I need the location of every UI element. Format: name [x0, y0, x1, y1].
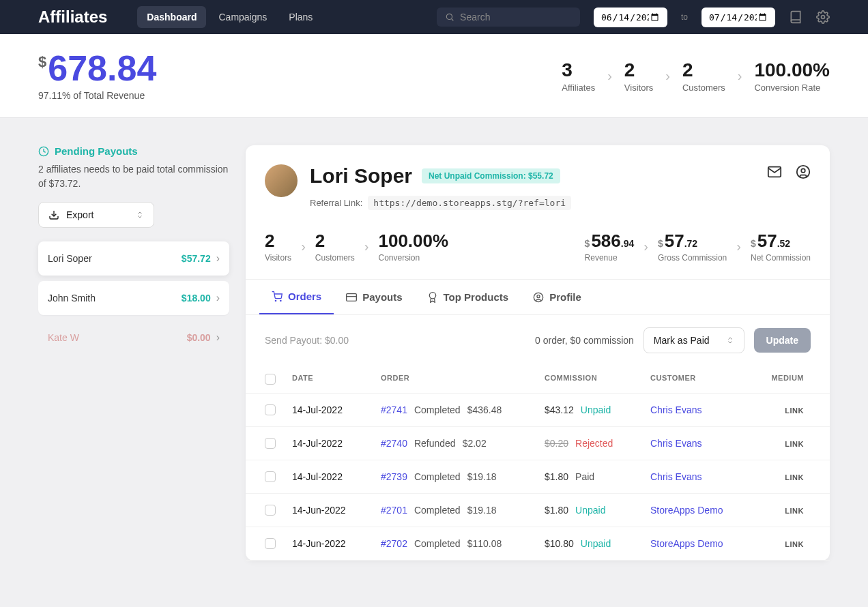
search-box[interactable] — [437, 8, 580, 27]
affiliate-item[interactable]: Lori Soper$57.72› — [38, 241, 229, 276]
referral-label: Referral Link: — [310, 198, 362, 208]
medium: LINK — [785, 440, 804, 448]
chevron-right-icon: › — [736, 239, 741, 254]
user-icon[interactable] — [796, 164, 811, 179]
svg-point-8 — [280, 300, 281, 301]
send-payout-label: Send Payout: $0.00 — [265, 335, 349, 346]
chevron-right-icon: › — [607, 68, 612, 84]
order-amount: $436.48 — [467, 404, 502, 415]
tab-orders[interactable]: Orders — [259, 280, 334, 314]
svg-point-11 — [429, 292, 435, 298]
gear-icon[interactable] — [816, 10, 830, 24]
stat-conversion: 100.00%Conversion Rate — [754, 59, 830, 93]
stat-affiliates: 3Affiliates — [562, 59, 595, 93]
row-checkbox[interactable] — [265, 471, 276, 482]
commission-amount: $10.80 — [545, 538, 574, 549]
date-from[interactable] — [594, 8, 667, 27]
select-all-checkbox[interactable] — [265, 374, 276, 385]
pstat-gross: $57.72Gross Commission — [658, 231, 727, 263]
avatar — [265, 164, 298, 197]
chevron-right-icon: › — [643, 239, 648, 254]
order-number[interactable]: #2739 — [381, 471, 407, 482]
pending-title: Pending Payouts — [38, 145, 229, 157]
order-date: 14-Jun-2022 — [292, 505, 381, 516]
tab-profile[interactable]: Profile — [521, 280, 594, 314]
mail-icon[interactable] — [767, 164, 782, 179]
order-summary: 0 order, $0 commission — [535, 335, 634, 346]
svg-point-2 — [822, 16, 825, 19]
commission-amount: $1.80 — [545, 471, 568, 482]
order-number[interactable]: #2701 — [381, 505, 407, 516]
order-amount: $2.02 — [463, 438, 487, 449]
commission-amount: $1.80 — [545, 505, 568, 516]
order-number[interactable]: #2702 — [381, 538, 407, 549]
mark-as-select[interactable]: Mark as Paid — [643, 327, 744, 353]
table-row: 14-Jul-2022#2739Completed$19.18$1.80Paid… — [246, 460, 830, 494]
nav: Dashboard Campaigns Plans — [137, 6, 322, 28]
order-number[interactable]: #2740 — [381, 438, 407, 449]
commission-amount: $0.20 — [545, 438, 568, 449]
customer-link[interactable]: Chris Evans — [650, 471, 701, 482]
search-input[interactable] — [460, 12, 572, 23]
chevron-right-icon: › — [216, 292, 220, 304]
chevron-right-icon: › — [216, 331, 220, 344]
tab-top-products[interactable]: Top Products — [415, 280, 521, 314]
pstat-revenue: $586.94Revenue — [585, 231, 635, 263]
svg-line-1 — [452, 19, 454, 21]
affiliate-name: Lori Soper — [48, 253, 92, 264]
order-number[interactable]: #2741 — [381, 404, 407, 415]
logo: Affiliates — [38, 8, 107, 27]
export-button[interactable]: Export — [38, 202, 154, 228]
commission-status: Unpaid — [581, 538, 611, 549]
row-checkbox[interactable] — [265, 538, 276, 549]
pending-payouts-box: Pending Payouts 2 affiliates needs to be… — [38, 145, 229, 191]
orders-toolbar: Send Payout: $0.00 0 order, $0 commissio… — [246, 315, 830, 366]
customer-link[interactable]: StoreApps Demo — [650, 505, 723, 516]
nav-campaigns[interactable]: Campaigns — [209, 6, 276, 28]
pstat-net: $57.52Net Commission — [751, 231, 811, 263]
affiliate-amount: $57.72 — [182, 253, 211, 264]
detail-panel: Lori Soper Net Unpaid Commission: $55.72… — [246, 145, 830, 561]
customer-link[interactable]: Chris Evans — [650, 438, 701, 449]
stat-visitors: 2Visitors — [624, 59, 653, 93]
revenue-block: $678.84 97.11% of Total Revenue — [38, 50, 156, 101]
order-status: Completed — [414, 471, 461, 482]
award-icon — [427, 292, 438, 303]
update-button[interactable]: Update — [754, 328, 811, 353]
affiliate-amount: $18.00 — [182, 293, 211, 304]
affiliate-item[interactable]: John Smith$18.00› — [38, 281, 229, 315]
export-label: Export — [66, 209, 93, 220]
referral-link[interactable]: https://demo.storeapps.stg/?ref=lori — [368, 196, 571, 210]
commission-status: Unpaid — [581, 404, 611, 415]
chevron-right-icon: › — [665, 68, 670, 84]
commission-status: Unpaid — [575, 505, 605, 516]
col-commission: COMMISSION — [545, 374, 650, 385]
affiliate-list: Lori Soper$57.72›John Smith$18.00›Kate W… — [38, 241, 229, 355]
nav-dashboard[interactable]: Dashboard — [137, 6, 206, 28]
row-checkbox[interactable] — [265, 438, 276, 449]
row-checkbox[interactable] — [265, 505, 276, 516]
svg-point-7 — [275, 300, 276, 301]
referral-row: Referral Link: https://demo.storeapps.st… — [310, 196, 755, 210]
chevron-right-icon: › — [216, 252, 220, 265]
chevron-right-icon: › — [738, 68, 742, 84]
nav-plans[interactable]: Plans — [279, 6, 322, 28]
col-date: DATE — [292, 374, 381, 385]
customer-link[interactable]: StoreApps Demo — [650, 538, 723, 549]
table-row: 14-Jun-2022#2701Completed$19.18$1.80Unpa… — [246, 494, 830, 527]
tab-payouts[interactable]: Payouts — [334, 280, 414, 314]
affiliate-item[interactable]: Kate W$0.00› — [38, 321, 229, 355]
commission-badge: Net Unpaid Commission: $55.72 — [422, 168, 560, 183]
summary-stats: 3Affiliates › 2Visitors › 2Customers › 1… — [562, 59, 830, 93]
date-to[interactable] — [701, 8, 775, 27]
commission-status: Paid — [575, 471, 594, 482]
medium: LINK — [785, 473, 804, 482]
col-medium: MEDIUM — [763, 374, 804, 385]
row-checkbox[interactable] — [265, 404, 276, 415]
book-icon[interactable] — [789, 10, 802, 24]
col-order: ORDER — [381, 374, 545, 385]
card-icon — [346, 292, 357, 303]
col-customer: CUSTOMER — [650, 374, 763, 385]
sidebar: Pending Payouts 2 affiliates needs to be… — [38, 145, 229, 355]
customer-link[interactable]: Chris Evans — [650, 404, 701, 415]
